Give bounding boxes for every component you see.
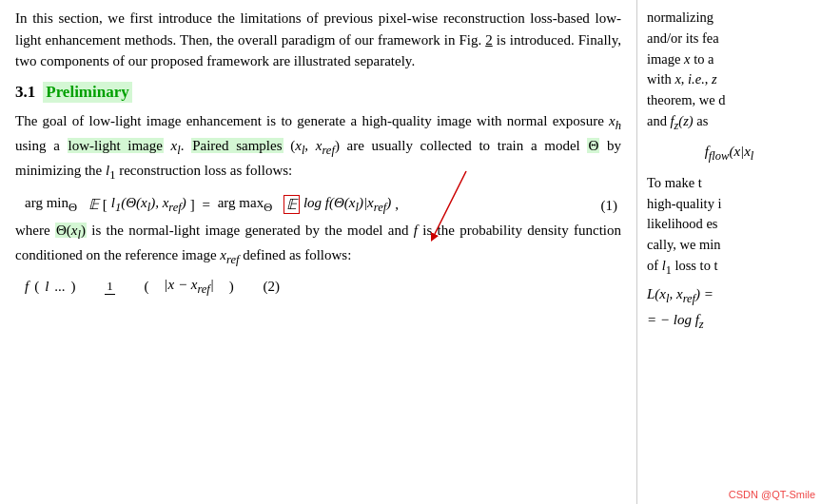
f-symbol: f [414, 223, 418, 238]
left-panel: In this section, we first introduce the … [0, 0, 637, 504]
expectation-E: 𝔼 [88, 196, 99, 213]
section-number: 3.1 [15, 83, 35, 102]
paren-close: ) [229, 279, 234, 295]
eq-number-2: (2) [263, 279, 280, 295]
where-paragraph: where Θ(xl) is the normal-light image ge… [15, 220, 621, 270]
log-term: log f(Θ(xl)|xref) [303, 195, 391, 215]
right-math-2: L(xl, xref) = [647, 286, 811, 306]
right-math-1: fflow(x|xl [647, 144, 811, 164]
watermark: CSDN @QT-Smile [729, 489, 815, 500]
l1-term: l1(Θ(xl), xref) [111, 195, 186, 215]
equation-1: arg minΘ 𝔼 [ l1(Θ(xl), xref) ] = arg max… [15, 195, 621, 214]
bottom-formula: f ( l ... ) 1 ( |x − xref| ) (2) [15, 277, 621, 297]
section-title: Preliminary [43, 82, 132, 103]
theta-xl-highlight: Θ(xl) [55, 223, 87, 238]
xref-symbol: xref [220, 247, 239, 262]
eq-bracket-left: [ [103, 197, 108, 213]
comma: , [395, 197, 399, 213]
section-heading: 3.1 Preliminary [15, 82, 621, 103]
right-math-3: = − log fz [647, 312, 811, 332]
eq-bracket-right: ] [190, 197, 195, 213]
paren-open: ( [145, 279, 149, 295]
arg-min-left: arg minΘ [25, 195, 77, 215]
f-args: ( [34, 279, 39, 295]
boxed-E: 𝔼 [283, 195, 300, 214]
body-paragraph-1: The goal of low-light image enhancement … [15, 110, 621, 185]
arg-max-right: arg maxΘ [218, 195, 273, 215]
fraction-1: 1 [105, 279, 115, 295]
intro-paragraph: In this section, we first introduce the … [15, 8, 621, 72]
f-partial: f [25, 279, 29, 295]
abs-term: |x − xref| [164, 277, 214, 297]
right-text-2: To make t high-quality i likelihood es c… [647, 173, 811, 279]
right-text-1: normalizing and/or its fea image x to a … [647, 8, 811, 134]
right-panel: normalizing and/or its fea image x to a … [637, 0, 821, 504]
